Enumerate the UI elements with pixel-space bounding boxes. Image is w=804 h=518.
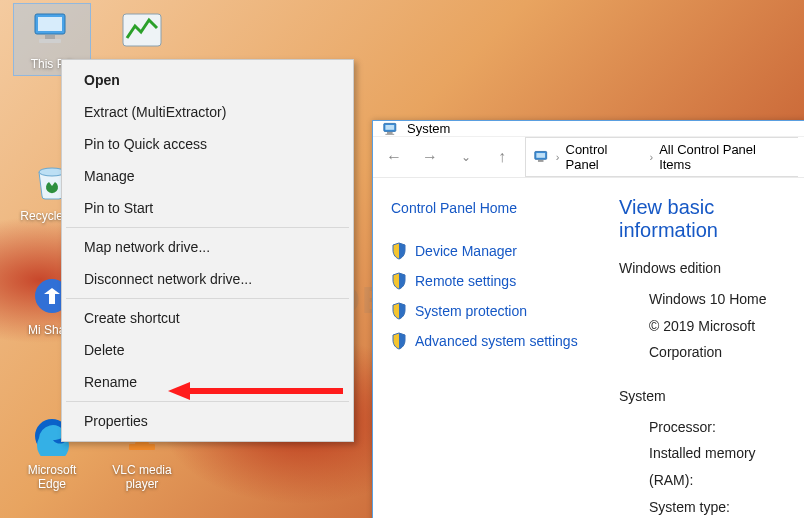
menu-item-pin-to-start[interactable]: Pin to Start: [64, 192, 351, 224]
breadcrumb-control-panel[interactable]: Control Panel: [566, 142, 644, 172]
section-body: Windows 10 Home © 2019 Microsoft Corpora…: [619, 286, 796, 366]
svg-rect-14: [385, 125, 394, 130]
svg-rect-19: [538, 160, 544, 162]
control-panel-home-link[interactable]: Control Panel Home: [391, 200, 591, 216]
svg-rect-18: [536, 153, 545, 158]
sidebar-link-device-manager[interactable]: Device Manager: [391, 242, 591, 260]
sidebar-link-label: System protection: [415, 303, 527, 319]
svg-rect-3: [39, 39, 61, 43]
menu-item-open[interactable]: Open: [64, 64, 351, 96]
menu-item-rename[interactable]: Rename: [64, 366, 351, 398]
menu-item-properties[interactable]: Properties: [64, 405, 351, 437]
section-title: Windows edition: [619, 260, 796, 276]
sidebar-link-label: Device Manager: [415, 243, 517, 259]
svg-rect-2: [45, 35, 55, 39]
menu-item-pin-to-quick-access[interactable]: Pin to Quick access: [64, 128, 351, 160]
computer-icon: [383, 122, 399, 136]
menu-item-extract-multiextractor[interactable]: Extract (MultiExtractor): [64, 96, 351, 128]
menu-separator: [66, 227, 349, 228]
main-heading: View basic information: [619, 196, 796, 242]
system-processor-label: Processor:: [649, 414, 796, 441]
shield-icon: [391, 242, 407, 260]
sidebar-link-system-protection[interactable]: System protection: [391, 302, 591, 320]
sidebar-link-label: Remote settings: [415, 273, 516, 289]
menu-item-manage[interactable]: Manage: [64, 160, 351, 192]
sidebar-link-remote-settings[interactable]: Remote settings: [391, 272, 591, 290]
computer-icon: [534, 150, 550, 164]
svg-rect-1: [38, 17, 62, 31]
nav-toolbar: ← → ⌄ ↑ › Control Panel › All Control Pa…: [373, 137, 804, 178]
shield-icon: [391, 302, 407, 320]
window-title: System: [407, 121, 450, 136]
section-windows-edition: Windows edition Windows 10 Home © 2019 M…: [619, 260, 796, 366]
sidebar-link-advanced-system-settings[interactable]: Advanced system settings: [391, 332, 591, 350]
breadcrumb[interactable]: › Control Panel › All Control Panel Item…: [525, 137, 798, 177]
menu-separator: [66, 298, 349, 299]
desktop-icon-label: VLC media player: [106, 463, 178, 492]
desktop-icon-label: Microsoft Edge: [16, 463, 88, 492]
nav-forward-button[interactable]: →: [417, 144, 443, 170]
system-window: System ← → ⌄ ↑ › Control Panel › All Con…: [372, 120, 804, 518]
shield-icon: [391, 272, 407, 290]
nav-back-button[interactable]: ←: [381, 144, 407, 170]
menu-separator: [66, 401, 349, 402]
nav-recent-dropdown[interactable]: ⌄: [453, 144, 479, 170]
edition-line-1: Windows 10 Home: [649, 286, 796, 313]
svg-rect-10: [129, 444, 155, 450]
menu-item-disconnect-network-drive[interactable]: Disconnect network drive...: [64, 263, 351, 295]
svg-rect-15: [387, 132, 393, 134]
window-sidebar: Control Panel Home Device ManagerRemote …: [373, 178, 609, 518]
section-system: System Processor: Installed memory (RAM)…: [619, 388, 796, 518]
shield-icon: [391, 332, 407, 350]
svg-rect-16: [385, 133, 394, 134]
nav-up-button[interactable]: ↑: [489, 144, 515, 170]
breadcrumb-all-items[interactable]: All Control Panel Items: [659, 142, 790, 172]
system-type-label: System type:: [649, 494, 796, 518]
sidebar-link-label: Advanced system settings: [415, 333, 578, 349]
section-body: Processor: Installed memory (RAM): Syste…: [619, 414, 796, 518]
section-title: System: [619, 388, 796, 404]
window-main: View basic information Windows edition W…: [609, 178, 804, 518]
context-menu: OpenExtract (MultiExtractor)Pin to Quick…: [61, 59, 354, 442]
system-memory-label: Installed memory (RAM):: [649, 440, 796, 493]
menu-item-create-shortcut[interactable]: Create shortcut: [64, 302, 351, 334]
chevron-right-icon: ›: [649, 151, 653, 163]
desktop-icon-chart[interactable]: [104, 4, 180, 61]
chevron-right-icon: ›: [556, 151, 560, 163]
edition-line-2: © 2019 Microsoft Corporation: [649, 313, 796, 366]
window-body: Control Panel Home Device ManagerRemote …: [373, 178, 804, 518]
sidebar-links: Device ManagerRemote settingsSystem prot…: [391, 242, 591, 350]
window-titlebar: System: [373, 121, 804, 137]
menu-item-map-network-drive[interactable]: Map network drive...: [64, 231, 351, 263]
menu-item-delete[interactable]: Delete: [64, 334, 351, 366]
